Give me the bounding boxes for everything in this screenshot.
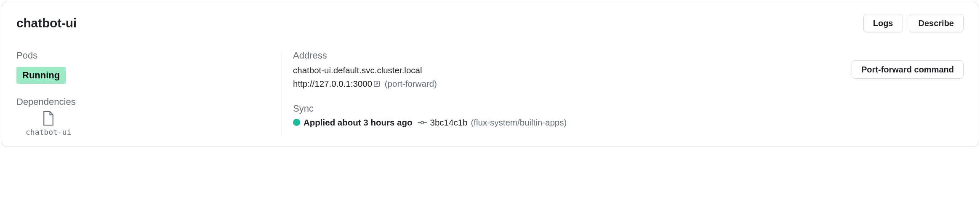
address-label: Address xyxy=(293,50,964,61)
address-url-line: http://127.0.0.1:3000 (port-forward) xyxy=(293,77,964,91)
pods-label: Pods xyxy=(16,50,282,61)
port-forward-wrap: Port-forward command xyxy=(852,60,964,79)
dependencies-section: Dependencies chatbot-ui xyxy=(16,96,282,136)
left-column: Pods Running Dependencies chatbot-ui xyxy=(16,50,282,136)
sync-section: Sync Applied about 3 hours ago 3bc14c1b … xyxy=(293,103,964,128)
dependency-item[interactable]: chatbot-ui xyxy=(26,111,71,136)
sync-status-text: Applied about 3 hours ago xyxy=(304,118,413,128)
address-note: (port-forward) xyxy=(385,79,437,88)
commit-icon xyxy=(418,120,427,126)
sync-label: Sync xyxy=(293,103,964,114)
right-column: Address chatbot-ui.default.svc.cluster.l… xyxy=(282,50,964,136)
card-header: chatbot-ui Logs Describe xyxy=(16,14,964,32)
dependencies-label: Dependencies xyxy=(16,96,282,107)
describe-button[interactable]: Describe xyxy=(909,14,964,32)
sync-commit-hash: 3bc14c1b xyxy=(430,118,468,128)
resource-title: chatbot-ui xyxy=(16,16,77,30)
address-url-link[interactable]: http://127.0.0.1:3000 xyxy=(293,79,372,88)
sync-source: (flux-system/builtin-apps) xyxy=(471,118,567,128)
file-icon xyxy=(42,111,55,126)
logs-button[interactable]: Logs xyxy=(863,14,903,32)
sync-status-line: Applied about 3 hours ago 3bc14c1b (flux… xyxy=(293,118,964,128)
resource-card: chatbot-ui Logs Describe Pods Running De… xyxy=(2,2,978,147)
header-actions: Logs Describe xyxy=(863,14,964,32)
card-body: Pods Running Dependencies chatbot-ui Add… xyxy=(16,50,964,136)
port-forward-button[interactable]: Port-forward command xyxy=(852,60,964,79)
dependency-name: chatbot-ui xyxy=(26,128,71,136)
external-link-icon xyxy=(373,80,381,88)
svg-point-1 xyxy=(421,121,423,123)
sync-status-dot xyxy=(293,119,300,126)
pod-status-badge: Running xyxy=(16,67,66,84)
